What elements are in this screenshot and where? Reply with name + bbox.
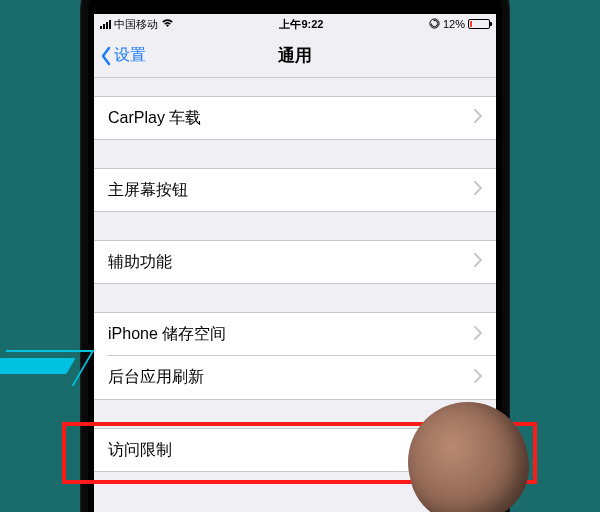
cell-label: 主屏幕按钮 [108,180,474,201]
cell-value: 关 [453,441,468,460]
chevron-right-icon [474,253,482,271]
chevron-right-icon [474,326,482,344]
cell-background-refresh[interactable]: 后台应用刷新 [94,356,496,400]
status-left: 中国移动 [100,17,174,32]
cell-home-button[interactable]: 主屏幕按钮 [94,168,496,212]
cell-label: iPhone 储存空间 [108,324,474,345]
orientation-lock-icon [429,18,440,31]
cell-label: 后台应用刷新 [108,367,474,388]
chevron-right-icon [474,369,482,387]
cell-accessibility[interactable]: 辅助功能 [94,240,496,284]
battery-icon [468,19,490,29]
chevron-right-icon [474,181,482,199]
cell-label: 访问限制 [108,440,453,461]
back-label: 设置 [114,45,146,66]
screen: 中国移动 上午9:22 12% [94,14,496,512]
cell-label: CarPlay 车载 [108,108,474,129]
chevron-right-icon [474,441,482,459]
cell-label: 辅助功能 [108,252,474,273]
cell-restrictions[interactable]: 访问限制 关 [94,428,496,472]
page-title: 通用 [94,44,496,67]
carrier-label: 中国移动 [114,17,158,32]
signal-icon [100,20,111,29]
clock-label: 上午9:22 [174,17,429,32]
battery-pct-label: 12% [443,18,465,30]
cell-iphone-storage[interactable]: iPhone 储存空间 [94,312,496,356]
chevron-left-icon [100,46,112,66]
cell-carplay[interactable]: CarPlay 车载 [94,96,496,140]
phone-inner: 中国移动 上午9:22 12% [88,0,502,512]
wifi-icon [161,18,174,30]
settings-list[interactable]: CarPlay 车载 主屏幕按钮 辅助功能 iPhone 储存空间 [94,78,496,472]
status-right: 12% [429,18,490,31]
nav-bar: 设置 通用 [94,34,496,78]
decorative-callout [0,350,86,386]
back-button[interactable]: 设置 [94,45,146,66]
phone-shell: 中国移动 上午9:22 12% [80,0,510,512]
chevron-right-icon [474,109,482,127]
status-bar: 中国移动 上午9:22 12% [94,14,496,34]
